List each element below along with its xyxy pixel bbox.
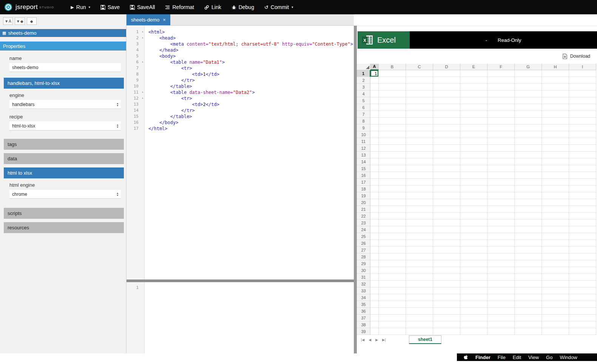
row-header-27[interactable]: 27 [357,247,370,253]
code-line[interactable]: </table> [148,83,354,89]
cell-G32[interactable] [515,281,542,287]
cell-I38[interactable] [569,321,596,328]
save-all-button[interactable]: SaveAll [130,4,155,10]
cell-B30[interactable] [379,267,406,274]
cell-I24[interactable] [569,226,596,233]
scripts-section[interactable]: scripts [4,208,124,219]
cell-G37[interactable] [515,315,542,321]
cell-I15[interactable] [569,165,596,172]
cell-C7[interactable] [406,111,433,118]
cell-C35[interactable] [406,301,433,308]
cell-A30[interactable] [370,267,379,274]
cell-C26[interactable] [406,240,433,247]
cell-F23[interactable] [487,220,515,226]
cell-C11[interactable] [406,138,433,145]
column-header-A[interactable]: A [370,64,379,70]
code-line[interactable]: <html> [148,29,354,35]
cell-C22[interactable] [406,213,433,220]
cell-A14[interactable] [370,158,379,165]
row-header-20[interactable]: 20 [357,199,370,206]
column-header-E[interactable]: E [460,64,487,70]
menu-edit[interactable]: Edit [513,355,521,360]
download-button[interactable]: Download [570,54,590,59]
cell-I33[interactable] [569,287,596,294]
cell-H10[interactable] [542,131,569,138]
cell-G19[interactable] [515,192,542,199]
cell-F14[interactable] [487,158,515,165]
cell-C6[interactable] [406,104,433,111]
cell-C23[interactable] [406,220,433,226]
cell-B3[interactable] [379,84,406,91]
cell-I35[interactable] [569,301,596,308]
cell-B10[interactable] [379,131,406,138]
cell-B37[interactable] [379,315,406,321]
cell-E2[interactable] [460,77,487,84]
cell-H28[interactable] [542,253,569,260]
cell-D6[interactable] [433,104,460,111]
cell-I7[interactable] [569,111,596,118]
cell-C19[interactable] [406,192,433,199]
cell-E10[interactable] [460,131,487,138]
cell-C10[interactable] [406,131,433,138]
cell-B18[interactable] [379,186,406,192]
column-header-F[interactable]: F [487,64,515,70]
cell-A33[interactable] [370,287,379,294]
code-line[interactable]: <meta content="text/html; charset=utf-8"… [148,41,354,47]
cell-B38[interactable] [379,321,406,328]
vertical-splitter[interactable] [354,26,357,353]
cell-E15[interactable] [460,165,487,172]
cell-E1[interactable] [460,70,487,77]
cell-B25[interactable] [379,233,406,240]
cell-A39[interactable] [370,328,379,335]
cell-B32[interactable] [379,281,406,287]
row-header-31[interactable]: 31 [357,274,370,281]
cell-A12[interactable] [370,145,379,152]
cell-H23[interactable] [542,220,569,226]
save-button[interactable]: Save [100,4,120,10]
cell-D27[interactable] [433,247,460,253]
cell-D3[interactable] [433,84,460,91]
cell-D18[interactable] [433,186,460,192]
cell-A32[interactable] [370,281,379,287]
cell-I34[interactable] [569,294,596,301]
cell-D8[interactable] [433,118,460,124]
cell-B33[interactable] [379,287,406,294]
cell-B16[interactable] [379,172,406,179]
cell-F31[interactable] [487,274,515,281]
cell-E25[interactable] [460,233,487,240]
cell-I12[interactable] [569,145,596,152]
cell-H17[interactable] [542,179,569,186]
cell-E8[interactable] [460,118,487,124]
cell-H11[interactable] [542,138,569,145]
engine-select[interactable]: handlebars ▴▾ [9,100,121,109]
code-line[interactable]: <tr> [148,95,354,101]
cell-F35[interactable] [487,301,515,308]
cell-B23[interactable] [379,220,406,226]
fold-caret-icon[interactable]: ▾ [142,89,143,95]
cell-C9[interactable] [406,124,433,131]
cell-A8[interactable] [370,118,379,124]
cell-D15[interactable] [433,165,460,172]
row-header-38[interactable]: 38 [357,321,370,328]
cell-I39[interactable] [569,328,596,335]
cell-C34[interactable] [406,294,433,301]
cell-E27[interactable] [460,247,487,253]
cell-F33[interactable] [487,287,515,294]
code-line[interactable]: </tr> [148,77,354,83]
cell-F37[interactable] [487,315,515,321]
cell-H18[interactable] [542,186,569,192]
cell-F39[interactable] [487,328,515,335]
debug-button[interactable]: Debug [231,4,254,10]
cell-E39[interactable] [460,328,487,335]
cell-E4[interactable] [460,91,487,97]
code-line[interactable]: <head> [148,35,354,41]
cell-H27[interactable] [542,247,569,253]
code-content[interactable]: <html> <head> <meta content="text/html; … [145,26,354,132]
code-line[interactable]: </html> [148,126,354,132]
cell-F2[interactable] [487,77,515,84]
code-line[interactable]: <table data-sheet-name="Data2"> [148,89,354,95]
row-header-35[interactable]: 35 [357,301,370,308]
cell-B9[interactable] [379,124,406,131]
cell-G16[interactable] [515,172,542,179]
cell-A16[interactable] [370,172,379,179]
